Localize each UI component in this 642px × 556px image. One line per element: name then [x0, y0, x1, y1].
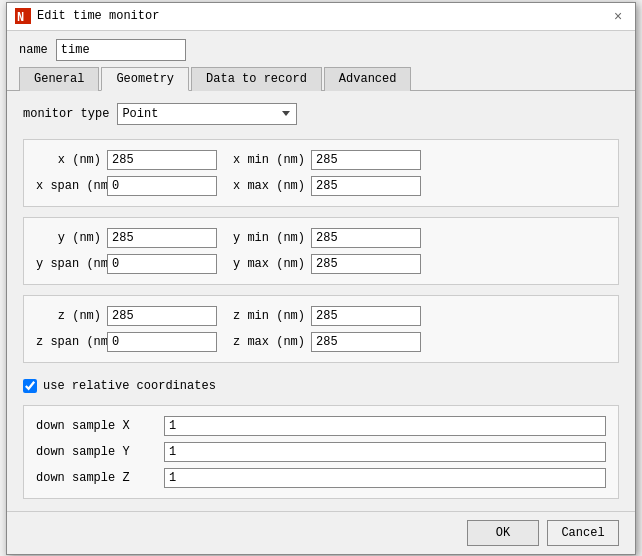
- ok-button[interactable]: OK: [467, 520, 539, 546]
- y-span-input[interactable]: [107, 254, 217, 274]
- x-min-input[interactable]: [311, 150, 421, 170]
- x-section: x (nm) x min (nm) x span (nm) x max (nm): [23, 139, 619, 207]
- x-span-label: x span (nm): [36, 179, 101, 193]
- z-span-input[interactable]: [107, 332, 217, 352]
- y-label: y (nm): [36, 231, 101, 245]
- z-label: z (nm): [36, 309, 101, 323]
- z-section: z (nm) z min (nm) z span (nm) z max (nm): [23, 295, 619, 363]
- x-input[interactable]: [107, 150, 217, 170]
- tabs-bar: General Geometry Data to record Advanced: [7, 67, 635, 91]
- relative-coords-checkbox[interactable]: [23, 379, 37, 393]
- downsample-y-row: down sample Y: [36, 442, 606, 462]
- downsample-z-row: down sample Z: [36, 468, 606, 488]
- tab-data-to-record[interactable]: Data to record: [191, 67, 322, 91]
- y-span-label: y span (nm): [36, 257, 101, 271]
- y-min-input[interactable]: [311, 228, 421, 248]
- x-max-label: x max (nm): [233, 179, 305, 193]
- z-input[interactable]: [107, 306, 217, 326]
- x-max-input[interactable]: [311, 176, 421, 196]
- monitor-type-row: monitor type Point: [23, 103, 619, 125]
- y-max-label: y max (nm): [233, 257, 305, 271]
- monitor-type-label: monitor type: [23, 107, 109, 121]
- name-label: name: [19, 43, 48, 57]
- z-max-input[interactable]: [311, 332, 421, 352]
- x-label: x (nm): [36, 153, 101, 167]
- z-min-label: z min (nm): [233, 309, 305, 323]
- tab-general[interactable]: General: [19, 67, 99, 91]
- name-input[interactable]: [56, 39, 186, 61]
- y-min-label: y min (nm): [233, 231, 305, 245]
- downsample-z-input[interactable]: [164, 468, 606, 488]
- y-max-input[interactable]: [311, 254, 421, 274]
- close-button[interactable]: ×: [609, 7, 627, 25]
- downsample-x-input[interactable]: [164, 416, 606, 436]
- footer: OK Cancel: [7, 511, 635, 554]
- y-input[interactable]: [107, 228, 217, 248]
- svg-text:N: N: [17, 11, 24, 24]
- x-min-label: x min (nm): [233, 153, 305, 167]
- downsample-x-row: down sample X: [36, 416, 606, 436]
- dialog-title: Edit time monitor: [37, 9, 159, 23]
- app-icon: N: [15, 8, 31, 24]
- x-span-input[interactable]: [107, 176, 217, 196]
- downsample-y-label: down sample Y: [36, 445, 156, 459]
- relative-coords-label: use relative coordinates: [43, 379, 216, 393]
- name-row: name: [7, 31, 635, 67]
- title-bar: N Edit time monitor ×: [7, 3, 635, 31]
- z-max-label: z max (nm): [233, 335, 305, 349]
- monitor-type-select[interactable]: Point: [117, 103, 297, 125]
- relative-coords-row: use relative coordinates: [23, 373, 619, 399]
- downsample-section: down sample X down sample Y down sample …: [23, 405, 619, 499]
- tab-content-geometry: monitor type Point x (nm) x min (nm) x s…: [7, 91, 635, 511]
- edit-time-monitor-dialog: N Edit time monitor × name General Geome…: [6, 2, 636, 555]
- downsample-z-label: down sample Z: [36, 471, 156, 485]
- y-section: y (nm) y min (nm) y span (nm) y max (nm): [23, 217, 619, 285]
- title-bar-left: N Edit time monitor: [15, 8, 159, 24]
- z-min-input[interactable]: [311, 306, 421, 326]
- tab-geometry[interactable]: Geometry: [101, 67, 189, 91]
- z-span-label: z span (nm): [36, 335, 101, 349]
- tab-advanced[interactable]: Advanced: [324, 67, 412, 91]
- downsample-y-input[interactable]: [164, 442, 606, 462]
- downsample-x-label: down sample X: [36, 419, 156, 433]
- cancel-button[interactable]: Cancel: [547, 520, 619, 546]
